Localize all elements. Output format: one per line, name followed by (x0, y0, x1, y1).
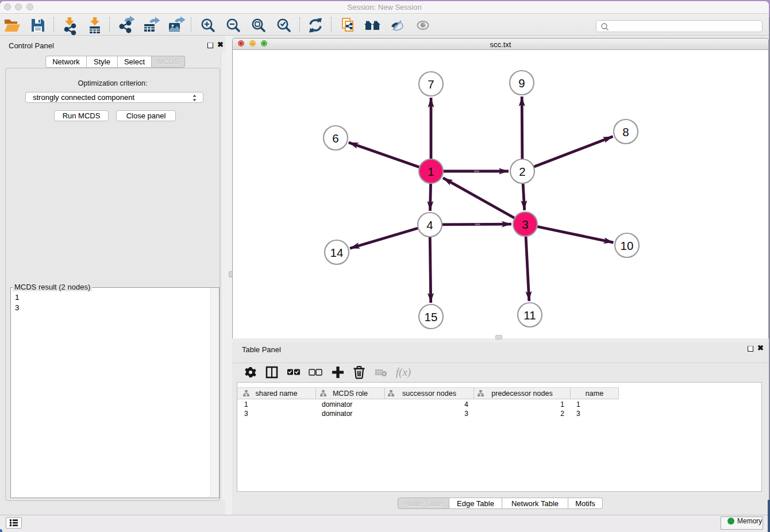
svg-text:f(x): f(x) (396, 366, 411, 379)
svg-text:1: 1 (428, 165, 434, 178)
svg-text:3: 3 (522, 218, 528, 231)
svg-text:11: 11 (523, 309, 536, 322)
svg-text:14: 14 (330, 246, 344, 259)
svg-text:9: 9 (518, 76, 525, 90)
svg-text:2: 2 (519, 165, 525, 178)
svg-text:7: 7 (428, 78, 434, 91)
svg-text:15: 15 (425, 310, 438, 323)
svg-text:10: 10 (621, 239, 634, 252)
svg-text:6: 6 (332, 132, 338, 145)
svg-text:8: 8 (622, 125, 629, 138)
svg-text:4: 4 (426, 218, 433, 232)
